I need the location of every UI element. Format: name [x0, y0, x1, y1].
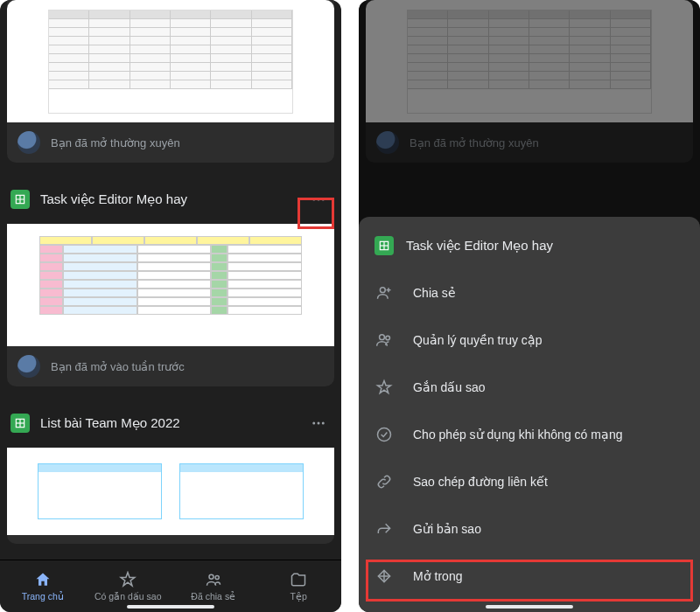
- sheet-item-label: Chia sẻ: [413, 286, 456, 300]
- phone-left: Bạn đã mở thường xuyên Task việc Editor …: [0, 0, 341, 612]
- sheet-item-send-copy[interactable]: Gửi bản sao: [359, 505, 700, 553]
- sheet-item-label: Gắn dấu sao: [413, 380, 486, 394]
- home-indicator: [486, 605, 573, 609]
- sheet-item-copy-link[interactable]: Sao chép đường liên kết: [359, 458, 700, 505]
- sheet-title-row: Task việc Editor Mẹo hay: [359, 222, 700, 269]
- svg-point-22: [378, 428, 391, 442]
- svg-point-4: [318, 198, 320, 201]
- file-title: List bài Team Mẹo 2022: [40, 415, 296, 431]
- phone-right: Bạn đã mở thường xuyên Task việc Editor …: [359, 0, 700, 612]
- bottom-nav: Trang chủ Có gắn dấu sao Đã chia sẻ Tệp: [0, 560, 341, 612]
- sheet-item-label: Cho phép sử dụng khi không có mạng: [413, 428, 622, 442]
- sheet-item-share[interactable]: Chia sẻ: [359, 269, 700, 316]
- nav-label: Trang chủ: [22, 591, 64, 602]
- action-sheet: Task việc Editor Mẹo hay Chia sẻ Quản lý…: [359, 217, 700, 612]
- link-icon: [374, 472, 394, 491]
- more-button[interactable]: [306, 411, 331, 435]
- svg-point-13: [215, 575, 219, 579]
- sheet-item-label: Sao chép đường liên kết: [413, 475, 548, 489]
- sheet-item-offline[interactable]: Cho phép sử dụng khi không có mạng: [359, 411, 700, 458]
- file-meta: Bạn đã mở vào tuần trước: [51, 360, 185, 373]
- file-title-row[interactable]: Task việc Editor Mẹo hay: [0, 175, 341, 224]
- star-icon: [374, 378, 394, 397]
- avatar: [18, 355, 40, 378]
- nav-label: Tệp: [290, 591, 307, 602]
- sheets-icon: [374, 236, 394, 255]
- nav-home[interactable]: Trang chủ: [0, 560, 86, 612]
- svg-point-3: [312, 198, 315, 201]
- sheet-item-star[interactable]: Gắn dấu sao: [359, 364, 700, 411]
- sheets-icon: [10, 414, 30, 433]
- sheet-item-label: Mở trong: [413, 569, 462, 583]
- file-title-row[interactable]: List bài Team Mẹo 2022: [0, 399, 341, 448]
- file-thumbnail: [7, 0, 334, 122]
- file-card[interactable]: Bạn đã mở vào tuần trước: [7, 224, 334, 386]
- sheet-item-open-in[interactable]: Mở trong: [359, 553, 700, 600]
- nav-label: Đã chia sẻ: [191, 591, 235, 602]
- open-in-icon: [374, 567, 394, 586]
- file-card[interactable]: [7, 448, 334, 544]
- nav-files[interactable]: Tệp: [256, 560, 342, 612]
- svg-point-5: [322, 198, 325, 201]
- file-thumbnail: [7, 224, 334, 346]
- people-icon: [374, 330, 394, 350]
- svg-point-9: [312, 422, 315, 425]
- file-title: Task việc Editor Mẹo hay: [40, 191, 296, 207]
- person-plus-icon: [374, 283, 394, 303]
- avatar: [18, 131, 40, 154]
- svg-point-12: [209, 574, 214, 579]
- nav-label: Có gắn dấu sao: [94, 591, 161, 602]
- send-copy-icon: [374, 519, 394, 539]
- file-meta: Bạn đã mở thường xuyên: [51, 136, 180, 150]
- more-button[interactable]: [306, 187, 331, 212]
- files-list[interactable]: Bạn đã mở thường xuyên Task việc Editor …: [0, 0, 341, 560]
- svg-point-11: [322, 422, 325, 425]
- offline-icon: [374, 425, 394, 444]
- svg-point-17: [380, 288, 385, 293]
- sheet-item-label: Gửi bản sao: [413, 522, 481, 536]
- home-indicator: [127, 605, 214, 609]
- svg-point-20: [380, 335, 385, 340]
- svg-point-21: [386, 336, 390, 340]
- sheets-icon: [10, 190, 30, 209]
- sheet-title: Task việc Editor Mẹo hay: [406, 238, 553, 254]
- svg-point-10: [318, 422, 320, 425]
- sheet-item-label: Quản lý quyền truy cập: [413, 333, 542, 347]
- sheet-item-manage-access[interactable]: Quản lý quyền truy cập: [359, 316, 700, 364]
- file-card[interactable]: Bạn đã mở thường xuyên: [7, 0, 334, 163]
- file-thumbnail: [7, 448, 334, 535]
